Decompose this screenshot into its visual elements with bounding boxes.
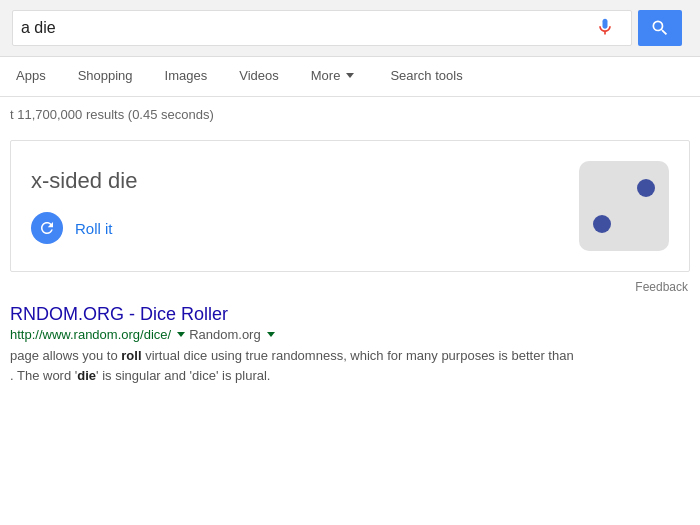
search-input-wrapper <box>12 10 632 46</box>
roll-button-wrapper: Roll it <box>31 212 559 244</box>
dice-roller-card: x-sided die Roll it <box>10 140 690 272</box>
die-dot-2 <box>593 215 611 233</box>
result-url: http://www.random.org/dice/ <box>10 327 171 342</box>
snippet-text-2: . The word 'die' is singular and 'dice' … <box>10 368 270 383</box>
dice-card-left: x-sided die Roll it <box>31 168 559 244</box>
results-count: t 11,700,000 results (0.45 seconds) <box>0 97 700 132</box>
feedback-line: Feedback <box>0 280 700 294</box>
tab-more[interactable]: More <box>295 57 371 97</box>
result-site-name: Random.org <box>189 327 261 342</box>
die-dot-1 <box>637 179 655 197</box>
search-input[interactable] <box>21 19 595 37</box>
mic-button[interactable] <box>595 17 615 40</box>
snippet-text-1: page allows you to roll virtual dice usi… <box>10 348 574 363</box>
roll-it-label[interactable]: Roll it <box>75 220 113 237</box>
main-content: t 11,700,000 results (0.45 seconds) x-si… <box>0 97 700 395</box>
dice-sides-label: x-sided die <box>31 168 559 194</box>
die-visual <box>579 161 669 251</box>
search-result: RNDOM.ORG - Dice Roller http://www.rando… <box>0 300 700 395</box>
result-title[interactable]: RNDOM.ORG - Dice Roller <box>10 304 690 325</box>
tab-images[interactable]: Images <box>149 57 224 97</box>
roll-button-circle[interactable] <box>31 212 63 244</box>
tab-apps[interactable]: Apps <box>0 57 62 97</box>
more-dropdown-icon <box>346 73 354 78</box>
search-bar-area <box>0 0 700 57</box>
feedback-label[interactable]: Feedback <box>635 280 688 294</box>
tab-search-tools[interactable]: Search tools <box>374 57 478 97</box>
result-url-line: http://www.random.org/dice/ Random.org <box>10 327 690 342</box>
site-dropdown-icon[interactable] <box>267 332 275 337</box>
search-button[interactable] <box>638 10 682 46</box>
url-dropdown-icon[interactable] <box>177 332 185 337</box>
result-snippet: page allows you to roll virtual dice usi… <box>10 346 690 385</box>
tab-videos[interactable]: Videos <box>223 57 295 97</box>
nav-tabs: Apps Shopping Images Videos More Search … <box>0 57 700 97</box>
tab-shopping[interactable]: Shopping <box>62 57 149 97</box>
